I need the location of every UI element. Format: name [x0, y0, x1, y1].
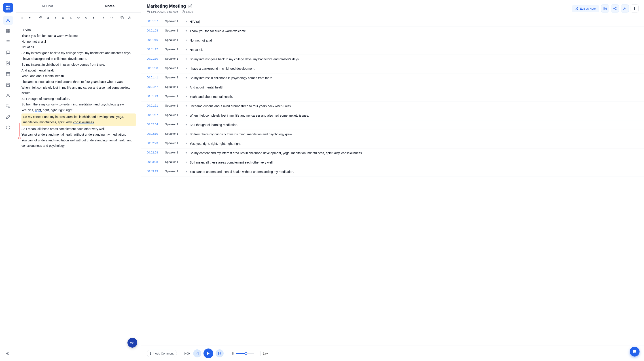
- volume-slider[interactable]: [236, 353, 254, 354]
- sidebar-item-grid[interactable]: [3, 26, 13, 36]
- chevron-icon[interactable]: ▾: [186, 20, 187, 23]
- transcript-row[interactable]: 00:01:51 Speaker 1 ▾ I became curious ab…: [141, 102, 644, 111]
- chevron-icon[interactable]: ▾: [186, 114, 187, 117]
- timestamp[interactable]: 00:01:57: [147, 113, 162, 117]
- sidebar-item-translate[interactable]: [3, 101, 13, 111]
- transcript-row[interactable]: 00:01:17 Speaker 1 ▾ Not at all.: [141, 45, 644, 55]
- svg-marker-38: [197, 352, 198, 355]
- tab-notes[interactable]: Notes: [79, 0, 141, 12]
- sidebar-item-users[interactable]: [3, 16, 13, 25]
- chevron-icon[interactable]: ▾: [186, 161, 187, 164]
- text-color-button[interactable]: A: [82, 14, 89, 21]
- transcript-row[interactable]: 00:03:13 Speaker 1 ▾ You cannot understa…: [141, 167, 644, 177]
- transcript-row[interactable]: 00:01:16 Speaker 1 ▾ No, no, not at all.: [141, 36, 644, 45]
- link-button[interactable]: [37, 14, 44, 21]
- timestamp[interactable]: 00:01:17: [147, 47, 162, 51]
- transcript-row[interactable]: 00:03:08 Speaker 1 ▾ So I mean, all thes…: [141, 158, 644, 167]
- chevron-icon[interactable]: ▾: [186, 132, 187, 136]
- transcript-row[interactable]: 00:01:38 Speaker 1 ▾ I have a background…: [141, 64, 644, 73]
- chevron-icon[interactable]: ▾: [186, 123, 187, 126]
- chevron-icon[interactable]: ▾: [186, 142, 187, 145]
- sidebar-item-edit[interactable]: [3, 58, 13, 68]
- edit-title-icon[interactable]: [188, 4, 192, 8]
- sidebar-item-brush[interactable]: [3, 112, 13, 121]
- chevron-icon[interactable]: ▾: [186, 95, 187, 98]
- chevron-icon[interactable]: ▾: [186, 39, 187, 42]
- timestamp[interactable]: 00:01:30: [147, 57, 162, 60]
- note-editor[interactable]: Hi Viraj. Thank you for, for such a warm…: [16, 23, 141, 361]
- timestamp[interactable]: 00:02:58: [147, 151, 162, 154]
- sidebar-item-chat[interactable]: [3, 48, 13, 57]
- save-icon-button[interactable]: [601, 4, 609, 12]
- copy-button[interactable]: [119, 14, 126, 21]
- undo-button[interactable]: ↩: [100, 14, 107, 21]
- align-button[interactable]: ≡: [19, 14, 26, 21]
- sidebar-item-gem[interactable]: [3, 123, 13, 132]
- play-button[interactable]: [204, 349, 213, 358]
- tab-ai-chat[interactable]: AI Chat: [16, 0, 79, 12]
- chevron-icon[interactable]: ▾: [186, 57, 187, 60]
- timestamp[interactable]: 00:01:47: [147, 85, 162, 88]
- chat-fab-button[interactable]: [630, 347, 640, 357]
- transcript-row[interactable]: 00:01:08 Speaker 1 ▾ Thank you for, for …: [141, 26, 644, 36]
- strikethrough-button[interactable]: S: [67, 14, 74, 21]
- timestamp[interactable]: 00:01:51: [147, 104, 162, 107]
- sidebar-item-calendar[interactable]: [3, 69, 13, 79]
- chevron-icon[interactable]: ▾: [186, 151, 187, 154]
- svg-marker-40: [207, 352, 210, 355]
- transcript-row[interactable]: 00:02:23 Speaker 1 ▾ Yes, yes, right, ri…: [141, 139, 644, 149]
- chevron-icon[interactable]: ▾: [186, 48, 187, 51]
- chevron-icon[interactable]: ▾: [186, 170, 187, 173]
- transcript-row[interactable]: 00:01:41 Speaker 1 ▾ So my interest in c…: [141, 73, 644, 83]
- speaker-label: Speaker 1: [165, 94, 183, 98]
- share-icon-button[interactable]: [611, 4, 619, 12]
- collapse-sidebar-button[interactable]: [3, 349, 13, 358]
- redo-button[interactable]: ↪: [108, 14, 115, 21]
- sidebar-item-person[interactable]: [3, 91, 13, 100]
- transcript-row[interactable]: 00:02:10 Speaker 1 ▾ So from there my cu…: [141, 130, 644, 139]
- download-button[interactable]: [126, 14, 133, 21]
- timestamp[interactable]: 00:02:10: [147, 132, 162, 135]
- transcript-row[interactable]: 00:01:07 Speaker 1 ▾ Hi Viraj.: [141, 17, 644, 26]
- svg-point-37: [634, 9, 635, 10]
- chevron-icon[interactable]: ▾: [186, 76, 187, 79]
- timestamp[interactable]: 00:01:41: [147, 76, 162, 79]
- timestamp[interactable]: 00:01:49: [147, 94, 162, 98]
- transcript-row[interactable]: 00:01:57 Speaker 1 ▾ When I felt complet…: [141, 111, 644, 120]
- chevron-icon[interactable]: ▾: [186, 29, 187, 32]
- editor-line-10: I became curious about mind around three…: [22, 79, 136, 85]
- transcript-row[interactable]: 00:02:04 Speaker 1 ▾ So I thought of lea…: [141, 120, 644, 130]
- transcript-row[interactable]: 00:01:47 Speaker 1 ▾ And about mental he…: [141, 83, 644, 92]
- transcript-row[interactable]: 00:01:49 Speaker 1 ▾ Yeah, and about men…: [141, 92, 644, 102]
- app-logo[interactable]: [3, 3, 13, 12]
- italic-button[interactable]: I: [52, 14, 59, 21]
- underline-button[interactable]: U: [60, 14, 66, 21]
- bold-button[interactable]: B: [44, 14, 51, 21]
- timestamp[interactable]: 00:02:04: [147, 123, 162, 126]
- sidebar-item-list[interactable]: [3, 37, 13, 46]
- timestamp[interactable]: 00:01:38: [147, 66, 162, 70]
- chevron-icon[interactable]: ▾: [186, 67, 187, 70]
- sidebar-item-gift[interactable]: [3, 80, 13, 89]
- comment-count-badge[interactable]: 99+: [128, 338, 137, 348]
- timestamp[interactable]: 00:03:13: [147, 170, 162, 173]
- more-options-button[interactable]: [630, 4, 639, 12]
- download-icon-button[interactable]: [621, 4, 629, 12]
- skip-forward-button[interactable]: [216, 350, 224, 358]
- chevron-icon[interactable]: ▾: [186, 85, 187, 89]
- timestamp[interactable]: 00:01:16: [147, 38, 162, 41]
- transcript-row[interactable]: 00:02:58 Speaker 1 ▾ So my content and m…: [141, 149, 644, 158]
- timestamp[interactable]: 00:03:08: [147, 160, 162, 164]
- skip-back-button[interactable]: [193, 350, 201, 358]
- text-color-dropdown[interactable]: ▾: [90, 14, 97, 21]
- add-comment-button[interactable]: Add Comment: [147, 350, 177, 357]
- chevron-icon[interactable]: ▾: [186, 104, 187, 107]
- timestamp[interactable]: 00:01:08: [147, 29, 162, 32]
- edit-as-note-button[interactable]: Edit as Note: [572, 5, 599, 12]
- align-dropdown-button[interactable]: ▾: [26, 14, 33, 21]
- speed-button[interactable]: 1x ▾: [260, 351, 270, 356]
- timestamp[interactable]: 00:02:23: [147, 141, 162, 145]
- timestamp[interactable]: 00:01:07: [147, 19, 162, 23]
- transcript-row[interactable]: 00:01:30 Speaker 1 ▾ So my interest goes…: [141, 55, 644, 64]
- code-button[interactable]: <>: [75, 14, 82, 21]
